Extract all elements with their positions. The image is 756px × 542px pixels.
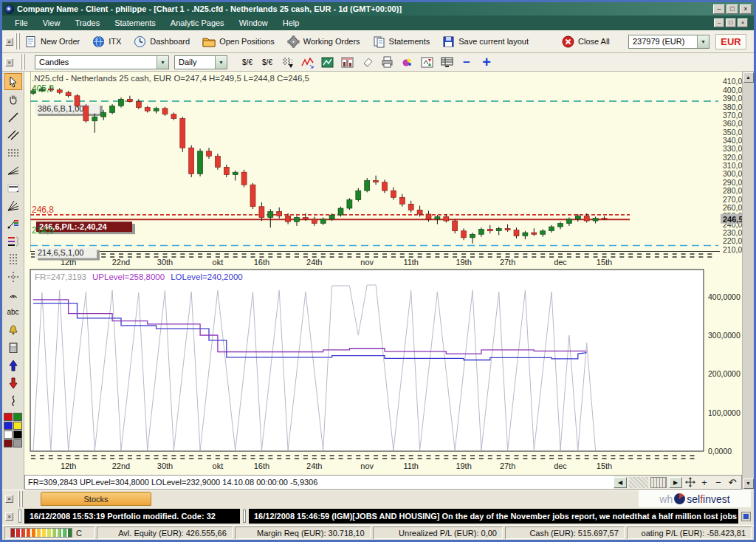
dashboard-button[interactable]: Dashboard xyxy=(134,35,190,48)
parallel-lines-tool[interactable] xyxy=(4,126,22,143)
cash-status: Cash (EUR): 515.697,57 xyxy=(505,526,625,539)
zoom-out-small-icon[interactable]: − xyxy=(712,476,724,488)
scrollbar-thumb[interactable] xyxy=(650,477,667,488)
ticker-grip[interactable] xyxy=(18,510,21,523)
svg-text:320,0: 320,0 xyxy=(723,153,742,162)
arrow-up-tool[interactable] xyxy=(4,357,22,374)
close-all-button[interactable]: Close All xyxy=(562,35,610,48)
maximize-button[interactable]: □ xyxy=(726,4,738,14)
menu-statements[interactable]: Statements xyxy=(108,17,162,29)
chevron-down-icon[interactable]: ▼ xyxy=(215,56,227,69)
toolbar-close-icon[interactable]: × xyxy=(5,38,13,46)
svg-text:15th: 15th xyxy=(597,462,612,470)
chart-toolbar-grip[interactable] xyxy=(21,54,26,70)
menu-trades[interactable]: Trades xyxy=(68,17,106,29)
currency-button[interactable]: EUR xyxy=(715,34,746,49)
menu-view[interactable]: View xyxy=(36,17,67,29)
vertical-grid-tool[interactable] xyxy=(4,250,22,267)
globe-icon xyxy=(92,35,105,48)
scroll-down-icon[interactable]: ▼ xyxy=(743,478,754,489)
ticker-grip-2[interactable] xyxy=(243,510,246,523)
brush-icon[interactable] xyxy=(399,55,414,69)
scroll-left-button[interactable]: ◀ xyxy=(614,477,627,488)
pan-hand-tool[interactable] xyxy=(4,91,22,108)
account-selector[interactable]: 237979 (EUR) ▼ xyxy=(628,35,709,49)
price-chart-canvas[interactable]: 386,6,B,1,00246,6,P/L:-2,40,24405,9246,8… xyxy=(24,72,742,267)
scroll-right-button[interactable]: ▶ xyxy=(669,477,682,488)
close-button[interactable]: × xyxy=(740,4,752,14)
menu-window[interactable]: Window xyxy=(233,17,275,29)
line-chart-icon[interactable] xyxy=(300,55,315,69)
indicator-icon[interactable] xyxy=(419,55,434,69)
color-swatch[interactable] xyxy=(13,430,22,439)
tabs-close-icon[interactable]: × xyxy=(5,495,13,503)
price-scale-alt-icon[interactable]: $/€ xyxy=(260,55,275,69)
itx-button[interactable]: ITX xyxy=(92,35,121,48)
chart-type-select[interactable]: Candles ▼ xyxy=(35,55,169,69)
chevron-down-icon[interactable]: ▼ xyxy=(157,56,168,69)
speed-lines-tool[interactable] xyxy=(4,197,22,214)
text-tool[interactable]: abc xyxy=(4,303,22,320)
child-close-button[interactable]: × xyxy=(738,18,748,27)
menu-analytic-pages[interactable]: Analytic Pages xyxy=(164,17,231,29)
app-window: Company Name - Client - philippe - [Char… xyxy=(0,0,756,542)
open-positions-button[interactable]: Open Positions xyxy=(202,35,275,48)
tabs-grip[interactable] xyxy=(18,491,24,507)
statements-button[interactable]: Statements xyxy=(373,35,430,48)
squiggle-tool[interactable] xyxy=(4,392,22,409)
color-swatch[interactable] xyxy=(13,439,22,447)
child-restore-button[interactable]: □ xyxy=(726,18,736,27)
print-icon[interactable] xyxy=(379,55,394,69)
zoom-in-icon[interactable]: + xyxy=(479,55,494,69)
fibonacci-tool[interactable] xyxy=(4,233,22,250)
horizontal-grid-tool[interactable] xyxy=(4,144,22,161)
scrollbar-track[interactable] xyxy=(629,477,648,488)
new-order-button[interactable]: New Order xyxy=(24,35,80,48)
screen-icon[interactable] xyxy=(439,55,454,69)
undo-icon[interactable]: ↶ xyxy=(726,476,738,488)
pitchfork-tool[interactable] xyxy=(4,215,22,232)
scroll-up-icon[interactable]: ▲ xyxy=(743,72,754,83)
minimize-button[interactable]: – xyxy=(713,4,725,14)
period-select[interactable]: Daily ▼ xyxy=(174,55,227,69)
working-orders-button[interactable]: Working Orders xyxy=(287,35,360,48)
toolbar-grip[interactable] xyxy=(16,33,21,49)
price-scale-icon[interactable]: $/€ xyxy=(240,55,255,69)
save-layout-button[interactable]: Save current layout xyxy=(442,35,529,48)
color-swatch[interactable] xyxy=(13,422,22,430)
ticker-close-icon[interactable]: × xyxy=(5,512,13,521)
chevron-down-icon[interactable]: ▼ xyxy=(697,35,709,48)
menu-help[interactable]: Help xyxy=(276,17,306,29)
menu-file[interactable]: File xyxy=(8,17,35,29)
zoom-out-icon[interactable]: − xyxy=(459,55,474,69)
child-minimize-button[interactable]: – xyxy=(714,18,724,27)
fan-lines-tool[interactable] xyxy=(4,162,22,179)
ticker-message-2[interactable]: 16/12/2008 15:46:59 (IGM)[JOBS AND HOUSI… xyxy=(249,509,738,524)
chart-image-icon[interactable] xyxy=(320,55,334,69)
eraser-icon[interactable] xyxy=(360,55,374,69)
grid-icon[interactable] xyxy=(280,55,295,69)
alert-bell-tool[interactable] xyxy=(4,321,22,338)
calculator-tool[interactable] xyxy=(4,339,22,356)
pointer-tool[interactable] xyxy=(4,73,22,90)
arc-tool[interactable] xyxy=(4,286,22,303)
pan-move-icon[interactable] xyxy=(684,476,696,488)
ticker-message-1[interactable]: 16/12/2008 15:53:19 Portfolio modified. … xyxy=(24,509,240,524)
indicator-chart-canvas[interactable]: FR=247,3193UPLevel=258,8000LOLevel=240,2… xyxy=(24,267,742,475)
trendline-tool[interactable] xyxy=(4,109,22,126)
histogram-icon[interactable] xyxy=(340,55,354,69)
zoom-in-small-icon[interactable]: + xyxy=(698,476,710,488)
color-swatch[interactable] xyxy=(4,430,13,439)
close-all-icon xyxy=(562,35,574,48)
color-swatch[interactable] xyxy=(4,413,13,421)
color-swatch[interactable] xyxy=(4,439,13,447)
tab-stocks[interactable]: Stocks xyxy=(41,492,151,506)
horizontal-line-tool[interactable] xyxy=(4,179,22,196)
arrow-down-tool[interactable] xyxy=(4,374,22,391)
color-swatch[interactable] xyxy=(4,422,13,430)
color-swatch[interactable] xyxy=(13,413,22,421)
ticker-scroll-button[interactable] xyxy=(741,512,751,521)
chart-toolbar-close-icon[interactable]: × xyxy=(5,58,13,66)
vertical-scrollbar[interactable]: ▲ ▼ xyxy=(742,72,754,490)
crosshair-tool[interactable] xyxy=(4,268,22,285)
